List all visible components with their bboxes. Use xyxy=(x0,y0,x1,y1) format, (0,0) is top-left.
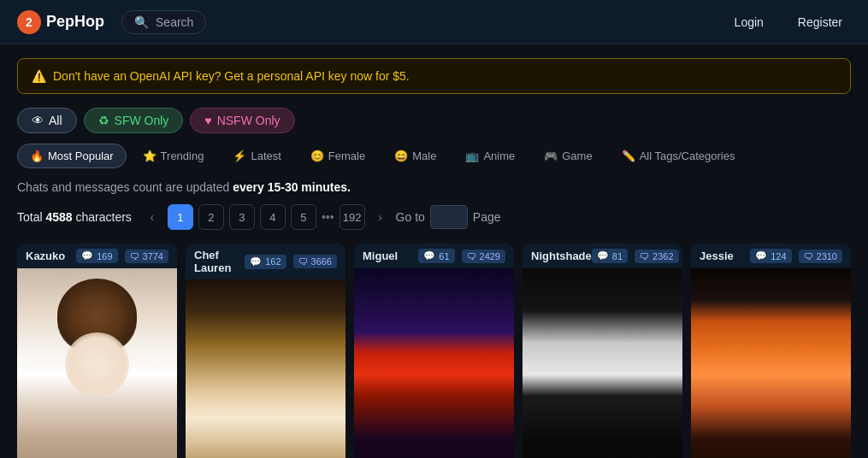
char-name: Nightshade xyxy=(531,250,592,262)
goto-label: Go to xyxy=(396,210,425,224)
character-card[interactable]: Miguel 💬61 🗨2429 xyxy=(354,244,514,458)
char-stats: 💬81 🗨2362 xyxy=(592,249,679,263)
msg-icon: 🗨 xyxy=(298,256,308,267)
filter-all-button[interactable]: 👁 All xyxy=(17,108,77,133)
register-button[interactable]: Register xyxy=(789,10,851,34)
chat-count: 💬61 xyxy=(418,249,454,263)
eye-icon: 👁 xyxy=(32,114,44,127)
search-icon: 🔍 xyxy=(134,15,149,29)
msg-icon: 🗨 xyxy=(467,251,476,261)
chat-count: 💬162 xyxy=(245,255,286,269)
filter-sfw-button[interactable]: ♻ SFW Only xyxy=(84,108,184,133)
goto-page-input[interactable] xyxy=(430,205,468,229)
char-card-header: Jessie 💬124 🗨2310 xyxy=(691,244,851,268)
female-icon: 😊 xyxy=(310,150,324,162)
char-name: Jessie xyxy=(700,250,734,262)
main-content: ⚠️ Don't have an OpenAI API key? Get a p… xyxy=(0,44,868,458)
msg-icon: 🗨 xyxy=(130,251,139,261)
logo[interactable]: 2 PepHop xyxy=(17,10,104,34)
character-card[interactable]: Jessie 💬124 🗨2310 xyxy=(691,244,851,458)
char-image xyxy=(691,268,851,458)
char-image-container xyxy=(523,268,682,458)
fire-icon: 🔥 xyxy=(30,150,44,162)
prev-page-button[interactable]: ‹ xyxy=(142,204,162,230)
character-card[interactable]: Nightshade 💬81 🗨2362 xyxy=(523,244,682,458)
char-image-container xyxy=(186,279,345,458)
chat-count: 💬81 xyxy=(592,249,628,263)
chat-icon: 💬 xyxy=(423,250,435,261)
char-name: Miguel xyxy=(363,250,398,262)
char-image-container xyxy=(17,268,177,458)
chat-icon: 💬 xyxy=(597,250,609,261)
nsfw-icon: ♥ xyxy=(204,114,211,127)
page-3-button[interactable]: 3 xyxy=(229,204,255,230)
chat-count: 💬124 xyxy=(750,249,791,263)
char-image xyxy=(523,268,682,458)
message-count: 🗨2362 xyxy=(635,250,678,263)
male-icon: 😄 xyxy=(394,150,408,162)
char-stats: 💬61 🗨2429 xyxy=(418,249,505,263)
character-grid: Kazuko 💬169 🗨3774 Chef Lauren 💬162 🗨 xyxy=(17,244,851,458)
banner-text: Don't have an OpenAI API key? Get a pers… xyxy=(53,69,410,83)
char-image xyxy=(354,268,514,458)
cat-most-popular[interactable]: 🔥 Most Popular xyxy=(17,144,127,168)
filter-sfw-label: SFW Only xyxy=(115,114,169,127)
total-count: 4588 xyxy=(45,210,72,224)
next-page-button[interactable]: › xyxy=(370,204,391,230)
search-placeholder: Search xyxy=(156,15,193,29)
pagination-row: Total 4588 characters ‹ 1 2 3 4 5 ••• 19… xyxy=(17,204,851,230)
api-key-banner[interactable]: ⚠️ Don't have an OpenAI API key? Get a p… xyxy=(17,58,851,94)
login-button[interactable]: Login xyxy=(726,10,772,34)
msg-icon: 🗨 xyxy=(640,251,649,261)
character-card[interactable]: Kazuko 💬169 🗨3774 xyxy=(17,244,177,458)
cat-anime[interactable]: 📺 Anime xyxy=(452,144,528,168)
cat-trending[interactable]: ⭐ Trending xyxy=(130,144,217,168)
header-actions: Login Register xyxy=(726,10,851,34)
char-image xyxy=(17,268,177,458)
page-label: Page xyxy=(473,210,501,224)
update-info: Chats and messages count are updated eve… xyxy=(17,180,851,194)
message-count: 🗨2310 xyxy=(799,250,842,263)
char-card-header: Nightshade 💬81 🗨2362 xyxy=(523,244,682,268)
char-card-header: Chef Lauren 💬162 🗨3666 xyxy=(186,244,345,279)
logo-icon: 2 xyxy=(17,10,41,34)
cat-latest[interactable]: ⚡ Latest xyxy=(220,144,293,168)
cat-male[interactable]: 😄 Male xyxy=(381,144,449,168)
chat-icon: 💬 xyxy=(755,250,767,261)
cat-female[interactable]: 😊 Female xyxy=(298,144,378,168)
char-name: Chef Lauren xyxy=(194,249,245,274)
warning-icon: ⚠️ xyxy=(32,69,46,83)
filter-nsfw-button[interactable]: ♥ NSFW Only xyxy=(190,108,294,133)
logo-text: PepHop xyxy=(46,13,104,31)
char-card-header: Kazuko 💬169 🗨3774 xyxy=(17,244,177,268)
chat-count: 💬169 xyxy=(76,249,117,263)
page-5-button[interactable]: 5 xyxy=(291,204,316,230)
page-4-button[interactable]: 4 xyxy=(260,204,286,230)
page-2-button[interactable]: 2 xyxy=(198,204,224,230)
total-text: Total 4588 characters xyxy=(17,210,132,224)
char-stats: 💬169 🗨3774 xyxy=(76,249,168,263)
search-bar[interactable]: 🔍 Search xyxy=(121,10,206,34)
cat-all-tags[interactable]: ✏️ All Tags/Categories xyxy=(609,144,748,168)
page-1-button[interactable]: 1 xyxy=(168,204,193,230)
cat-game[interactable]: 🎮 Game xyxy=(531,144,605,168)
char-stats: 💬162 🗨3666 xyxy=(245,255,337,269)
message-count: 🗨2429 xyxy=(462,250,505,263)
char-card-header: Miguel 💬61 🗨2429 xyxy=(354,244,514,268)
filter-all-label: All xyxy=(49,114,62,127)
char-image-container xyxy=(691,268,851,458)
character-card[interactable]: Chef Lauren 💬162 🗨3666 xyxy=(186,244,345,458)
game-icon: 🎮 xyxy=(544,150,558,162)
char-name: Kazuko xyxy=(26,250,65,262)
page-last-button[interactable]: 192 xyxy=(340,204,365,230)
category-row: 🔥 Most Popular ⭐ Trending ⚡ Latest 😊 Fem… xyxy=(17,144,851,168)
pagination-dots: ••• xyxy=(322,210,334,224)
tags-icon: ✏️ xyxy=(622,150,635,162)
message-count: 🗨3774 xyxy=(125,250,168,263)
header: 2 PepHop 🔍 Search Login Register xyxy=(0,0,868,44)
chat-icon: 💬 xyxy=(81,250,93,261)
filter-nsfw-label: NSFW Only xyxy=(217,114,280,127)
msg-icon: 🗨 xyxy=(804,251,813,261)
update-frequency: every 15-30 minutes. xyxy=(233,180,351,194)
char-image xyxy=(186,279,345,458)
